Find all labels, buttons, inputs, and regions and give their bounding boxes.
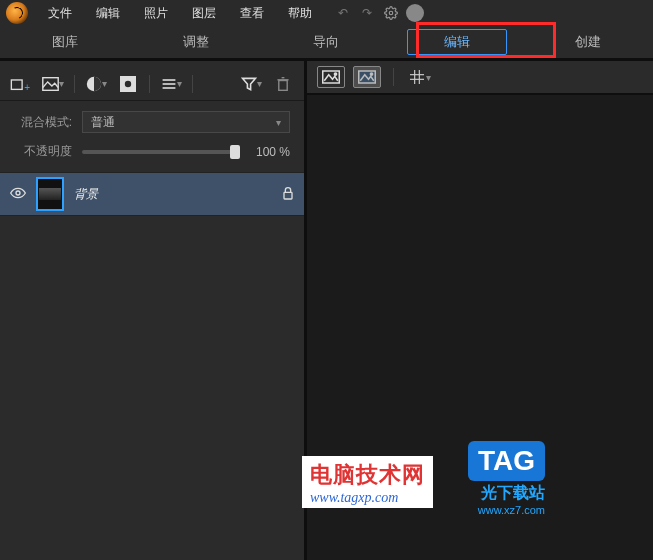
layer-row-background[interactable]: 背景 bbox=[0, 172, 304, 216]
app-logo-icon bbox=[6, 2, 28, 24]
blend-mode-label: 混合模式: bbox=[14, 114, 72, 131]
tab-guided[interactable]: 导向 bbox=[261, 27, 392, 57]
image-layer-icon[interactable]: ▾ bbox=[42, 74, 64, 94]
separator bbox=[192, 75, 193, 93]
opacity-value: 100 % bbox=[250, 145, 290, 159]
layers-panel: + ▾ ▾ ▾ ▾ 混合模式 bbox=[0, 61, 307, 560]
filter-icon[interactable]: ▾ bbox=[240, 74, 262, 94]
lock-icon[interactable] bbox=[282, 186, 294, 203]
visibility-eye-icon[interactable] bbox=[10, 187, 26, 202]
watermark-xz7-title: 光下载站 bbox=[468, 483, 545, 504]
svg-point-0 bbox=[389, 11, 393, 15]
svg-point-13 bbox=[16, 191, 20, 195]
redo-icon[interactable]: ↷ bbox=[358, 4, 376, 22]
undo-icon[interactable]: ↶ bbox=[334, 4, 352, 22]
blend-mode-select[interactable]: 普通 ▾ bbox=[82, 111, 290, 133]
svg-rect-1 bbox=[11, 79, 22, 88]
canvas-toolbar: ▾ bbox=[307, 61, 653, 95]
actual-view-icon[interactable] bbox=[353, 66, 381, 88]
watermark-xz7: TAG 光下载站 www.xz7.com bbox=[468, 441, 545, 516]
svg-point-16 bbox=[334, 73, 336, 75]
new-layer-icon[interactable]: + bbox=[10, 74, 32, 94]
tab-adjust[interactable]: 调整 bbox=[131, 27, 262, 57]
fit-view-icon[interactable] bbox=[317, 66, 345, 88]
blend-mode-row: 混合模式: 普通 ▾ bbox=[0, 101, 304, 139]
menu-edit[interactable]: 编辑 bbox=[84, 1, 132, 26]
svg-rect-14 bbox=[284, 192, 292, 199]
separator bbox=[74, 75, 75, 93]
svg-point-18 bbox=[370, 73, 372, 75]
menu-help[interactable]: 帮助 bbox=[276, 1, 324, 26]
mask-icon[interactable] bbox=[117, 74, 139, 94]
menu-layer[interactable]: 图层 bbox=[180, 1, 228, 26]
opacity-row: 不透明度 100 % bbox=[0, 139, 304, 172]
menu-photo[interactable]: 照片 bbox=[132, 1, 180, 26]
adjustment-layer-icon[interactable]: ▾ bbox=[85, 74, 107, 94]
separator bbox=[393, 68, 394, 86]
grid-toggle-icon[interactable]: ▾ bbox=[406, 66, 434, 88]
layer-name-label: 背景 bbox=[74, 186, 272, 203]
blend-mode-value: 普通 bbox=[91, 114, 115, 131]
delete-layer-icon[interactable] bbox=[272, 74, 294, 94]
watermark-tagxp-title: 电脑技术网 bbox=[310, 460, 425, 490]
tab-library[interactable]: 图库 bbox=[0, 27, 131, 57]
mode-tabs: 图库 调整 导向 编辑 创建 bbox=[0, 26, 653, 58]
settings-gear-icon[interactable] bbox=[382, 4, 400, 22]
menu-view[interactable]: 查看 bbox=[228, 1, 276, 26]
layers-toolbar: + ▾ ▾ ▾ ▾ bbox=[0, 67, 304, 101]
user-avatar-icon[interactable] bbox=[406, 4, 424, 22]
watermark-tagxp: 电脑技术网 www.tagxp.com bbox=[302, 456, 433, 508]
svg-point-5 bbox=[124, 80, 132, 88]
layer-options-icon[interactable]: ▾ bbox=[160, 74, 182, 94]
menu-file[interactable]: 文件 bbox=[36, 1, 84, 26]
tab-edit[interactable]: 编辑 bbox=[392, 23, 523, 61]
separator bbox=[149, 75, 150, 93]
opacity-label: 不透明度 bbox=[14, 143, 72, 160]
layer-thumbnail[interactable] bbox=[36, 177, 64, 211]
slider-thumb[interactable] bbox=[230, 145, 240, 159]
opacity-slider[interactable] bbox=[82, 150, 240, 154]
svg-marker-9 bbox=[242, 78, 255, 89]
watermark-tag-label: TAG bbox=[468, 441, 545, 481]
svg-rect-10 bbox=[279, 80, 287, 90]
watermark-tagxp-url: www.tagxp.com bbox=[310, 490, 425, 506]
tab-create[interactable]: 创建 bbox=[522, 27, 653, 57]
menu-bar: 文件 编辑 照片 图层 查看 帮助 ↶ ↷ bbox=[0, 0, 653, 26]
chevron-down-icon: ▾ bbox=[276, 117, 281, 128]
watermark-xz7-url: www.xz7.com bbox=[468, 504, 545, 516]
